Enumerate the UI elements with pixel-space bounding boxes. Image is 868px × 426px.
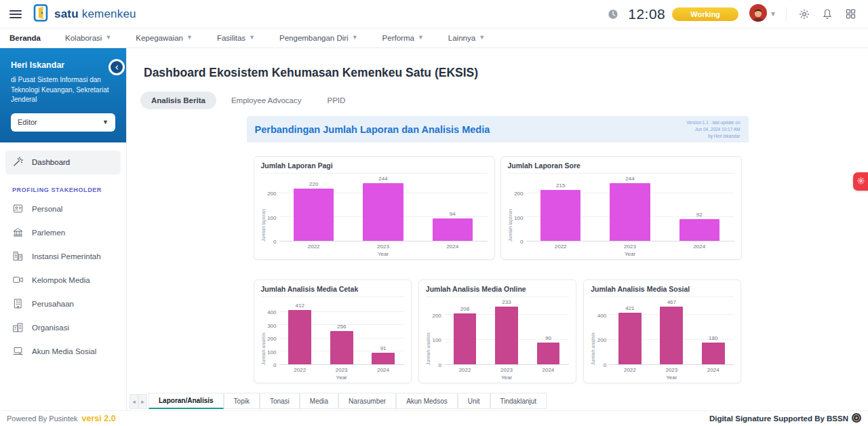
tab-analisis-berita[interactable]: Analisis Berita [140,92,216,109]
top-bar: satu kemenkeu 12:08 Working ▼ [0,0,868,28]
y-axis-label: Jumlah analisis [426,303,431,365]
bar-value-label: 220 [309,181,318,187]
y-axis-tick: 200 [432,312,441,318]
nav-item-label: Beranda [9,34,41,42]
apps-grid-icon[interactable] [842,6,859,22]
gear-icon[interactable] [796,6,812,22]
y-axis-tick: 100 [267,349,276,355]
sidebar-collapse-button[interactable] [108,59,125,75]
sidebar-item-personal[interactable]: Personal [5,197,121,221]
y-axis-tick: 0 [520,239,523,245]
sidebar-item-organisasi[interactable]: Organisasi [5,316,121,340]
bottom-tab-strip: ◂ ▸ Laporan/AnalisisTopikTonasiMediaNara… [130,393,868,409]
bell-icon[interactable] [819,6,835,22]
bar-group-2024: 90 [528,303,569,364]
brand-text: satu kemenkeu [54,7,136,21]
x-axis-tick: 2024 [692,365,734,373]
bottom-tab-media[interactable]: Media [300,393,338,409]
user-menu[interactable]: ▼ [749,4,776,24]
sidebar-item-label: Perusahaan [32,300,74,308]
bottom-tab-akun-medsos[interactable]: Akun Medsos [396,393,458,409]
status-badge[interactable]: Working [672,7,738,21]
chevron-down-icon[interactable]: ▼ [770,10,776,18]
hamburger-menu-icon[interactable] [9,10,22,18]
bar-2022: 412 [288,310,311,364]
sidebar-item-kelompok-media[interactable]: Kelompok Media [5,269,121,292]
bottom-tab-narasumber[interactable]: Narasumber [338,393,396,409]
clock-icon [605,6,621,22]
nav-item-lainnya[interactable]: Lainnya▼ [448,34,485,42]
bottom-tab-tindaklanjut[interactable]: Tindaklanjut [490,393,547,409]
y-axis-tick: 100 [514,214,523,220]
bottom-tab-laporan-analisis[interactable]: Laporan/Analisis [149,393,224,409]
bar-value-label: 421 [625,305,634,311]
nav-item-label: Fasilitas [217,34,245,42]
app-logo[interactable]: satu kemenkeu [33,3,136,25]
role-select[interactable]: Editor ▼ [11,113,115,132]
bar-group-2023: 467 [651,303,692,364]
sidebar-item-label: Parlemen [32,229,65,237]
y-axis-tick: 400 [597,312,606,318]
plot-area: 22024494 [279,179,488,241]
bottom-tab-topik[interactable]: Topik [224,393,260,409]
chart-jumlah-analisis-media-online: Jumlah Analisis Media OnlineJumlah anali… [418,279,576,383]
x-axis-tick: 2024 [362,365,403,373]
tab-employee-advocacy[interactable]: Employee Advocacy [220,92,313,109]
bar-value-label: 90 [545,335,551,341]
x-axis-tick: 2023 [349,241,418,250]
version-info: Version 1.1 - last update on Jun 04, 202… [686,119,740,139]
sidebar-item-akun-media-sosial[interactable]: Akun Media Sosial [5,340,121,364]
sidebar-item-dashboard[interactable]: Dashboard [5,151,121,174]
y-axis-label: Jumlah laporan [508,179,513,241]
nav-item-pengembangan-diri[interactable]: Pengembangan Diri▼ [279,34,358,42]
chart-jumlah-analisis-media-sosial: Jumlah Analisis Media SosialJumlah anali… [583,279,741,383]
avatar[interactable] [749,4,767,24]
chart-jumlah-laporan-sore: Jumlah Laporan SoreJumlah laporan0100200… [500,156,742,260]
sidebar-item-label: Kelompok Media [32,276,90,284]
floating-settings-button[interactable] [853,172,868,191]
nav-item-label: Kepegawaian [136,34,183,42]
nav-item-beranda[interactable]: Beranda [9,34,41,42]
bar-group-2024: 91 [362,303,403,364]
bar-2024: 92 [679,219,719,241]
bar-group-2022: 215 [526,179,595,241]
plot-area: 421467180 [609,303,734,365]
bar-2022: 421 [618,313,642,365]
nav-item-kolaborasi[interactable]: Kolaborasi▼ [65,34,111,42]
nav-item-performa[interactable]: Performa▼ [382,34,424,42]
y-axis-tick: 200 [514,191,523,197]
bar-value-label: 244 [625,176,634,182]
bottom-tab-tonasi[interactable]: Tonasi [260,393,300,409]
x-axis-label: Year [526,250,734,257]
x-axis-label: Year [279,373,404,381]
y-axis-tick: 0 [273,362,276,368]
footer: Powered By Pusintek versi 2.0 Digital Si… [0,410,868,426]
y-axis-tick: 0 [273,239,276,245]
tab-scroll-left-icon[interactable]: ◂ [130,394,138,409]
nav-item-fasilitas[interactable]: Fasilitas▼ [217,34,255,42]
bar-2023: 233 [495,307,518,364]
bar-value-label: 215 [556,182,565,189]
bottom-tab-unit[interactable]: Unit [458,393,490,409]
sidebar-item-parlemen[interactable]: Parlemen [5,221,121,245]
chart-jumlah-laporan-pagi: Jumlah Laporan PagiJumlah laporan0100200… [254,156,495,260]
page-title: Dashboard Ekosistem Kehumasan Kemenkeu S… [144,66,868,80]
sidebar-item-label: Organisasi [32,324,69,332]
x-axis-tick: 2022 [609,365,650,373]
nav-item-kepegawaian[interactable]: Kepegawaian▼ [136,34,193,42]
bar-value-label: 256 [337,324,346,330]
x-axis-tick: 2022 [279,365,321,373]
sidebar-item-instansi-pemerintah[interactable]: Instansi Pemerintah [5,245,121,269]
bar-group-2023: 244 [595,179,665,241]
tab-scroll-right-icon[interactable]: ▸ [138,394,147,409]
bar-2023: 244 [363,183,403,241]
sidebar-item-perusahaan[interactable]: Perusahaan [5,292,121,316]
plot-area: 21524492 [526,179,734,241]
role-select-value: Editor [18,118,37,126]
dashboard-tabs: Analisis BeritaEmployee AdvocacyPPID [140,92,868,109]
nav-item-label: Lainnya [448,34,475,42]
y-axis-tick: 200 [597,337,606,343]
tab-ppid[interactable]: PPID [316,92,356,109]
chevron-down-icon: ▼ [352,34,358,41]
divider [786,7,787,22]
